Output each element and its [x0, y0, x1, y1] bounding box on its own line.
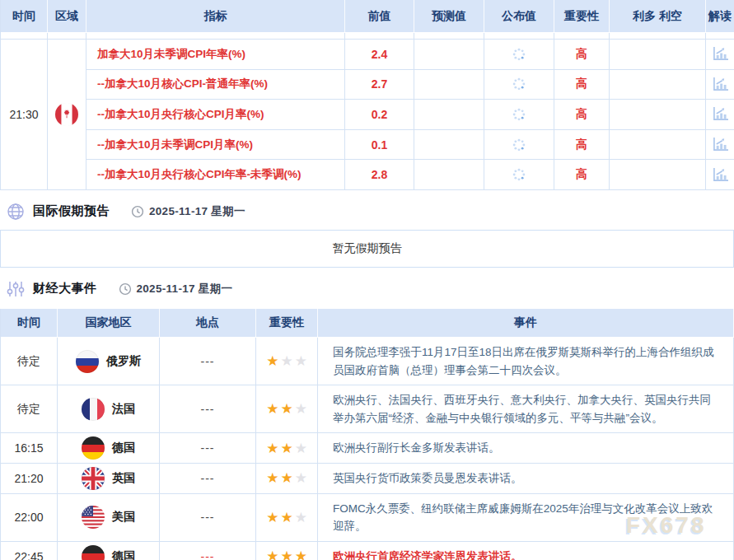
- star-empty-icon: ★: [280, 354, 292, 368]
- event-importance: ★★★: [256, 542, 318, 560]
- econ-col-header-3: 前值: [345, 0, 414, 33]
- star-rating: ★★★: [266, 471, 307, 485]
- event-location: ---: [160, 494, 256, 542]
- indicator-link[interactable]: --加拿大10月未季调CPI月率(%): [86, 130, 345, 161]
- econ-partial-row-cell: [554, 33, 610, 40]
- event-importance: ★★★: [256, 385, 318, 433]
- holiday-empty-box: 暂无假期预告: [0, 230, 734, 268]
- chart-icon[interactable]: [712, 137, 729, 152]
- econ-time-cell: 21:30: [1, 40, 48, 190]
- interpret-cell: [706, 70, 734, 100]
- event-description: 英国央行货币政策委员曼恩发表讲话。: [318, 464, 734, 494]
- events-section-header: 财经大事件 2025-11-17 星期一: [7, 279, 734, 299]
- country-name: 法国: [112, 402, 135, 417]
- indicator-link[interactable]: --加拿大10月央行核心CPI年率-未季调(%): [86, 160, 345, 190]
- star-empty-icon: ★: [295, 471, 307, 485]
- previous-value: 2.4: [345, 40, 414, 70]
- star-rating: ★★★: [266, 441, 307, 455]
- star-filled-icon: ★: [266, 441, 278, 455]
- event-country: 德国: [58, 542, 160, 560]
- star-filled-icon: ★: [266, 471, 278, 485]
- published-value: [484, 100, 554, 130]
- econ-col-header-2: 指标: [86, 0, 345, 33]
- interpret-cell: [706, 160, 734, 190]
- chart-icon[interactable]: [712, 167, 729, 183]
- importance-badge: 高: [554, 70, 610, 100]
- star-filled-icon: ★: [280, 441, 292, 455]
- importance-badge: 高: [554, 130, 610, 161]
- holiday-date: 2025-11-17 星期一: [131, 204, 245, 219]
- events-col-header-4: 事件: [318, 309, 734, 338]
- event-description[interactable]: 欧洲央行首席经济学家连恩发表讲话。: [318, 542, 734, 560]
- star-rating: ★★★: [266, 511, 307, 525]
- indicator-link[interactable]: 加拿大10月未季调CPI年率(%): [86, 40, 345, 70]
- flag-icon-ru: [76, 350, 99, 373]
- event-time: 16:15: [1, 433, 58, 464]
- star-rating: ★★★: [266, 354, 307, 368]
- star-rating: ★★★: [266, 402, 307, 416]
- clock-icon: [119, 282, 132, 296]
- interpret-cell: [706, 100, 734, 130]
- econ-partial-row-cell: [345, 33, 414, 40]
- flag-icon-ca: [55, 103, 78, 126]
- event-time: 待定: [1, 338, 58, 385]
- spinner-icon: [512, 167, 526, 182]
- events-table: 时间国家地区地点重要性事件待定俄罗斯---★★★国务院总理李强于11月17日至1…: [0, 309, 734, 560]
- holiday-empty-text: 暂无假期预告: [333, 241, 402, 256]
- econ-col-header-0: 时间: [1, 0, 48, 33]
- flag-icon-de: [82, 545, 105, 560]
- event-location: ---: [160, 338, 256, 385]
- chart-icon[interactable]: [712, 77, 729, 92]
- bull-bear-value: [610, 100, 706, 130]
- star-filled-icon: ★: [280, 549, 292, 560]
- events-col-header-1: 国家地区: [58, 309, 160, 338]
- event-time: 22:45: [1, 542, 58, 560]
- star-empty-icon: ★: [295, 402, 307, 416]
- events-section-title: 财经大事件: [33, 281, 97, 296]
- flag-icon-fr: [82, 398, 105, 421]
- event-location: ---: [160, 385, 256, 433]
- chart-icon[interactable]: [712, 106, 729, 122]
- indicator-link[interactable]: --加拿大10月核心CPI-普通年率(%): [86, 70, 345, 100]
- event-country: 俄罗斯: [58, 338, 160, 385]
- event-location: ---: [160, 464, 256, 494]
- spinner-icon: [512, 107, 526, 122]
- star-empty-icon: ★: [295, 441, 307, 455]
- event-country: 美国: [58, 494, 160, 542]
- flag-icon-us: [82, 506, 105, 529]
- star-empty-icon: ★: [295, 354, 307, 368]
- forecast-value: [414, 130, 484, 161]
- star-filled-icon: ★: [280, 511, 292, 525]
- spinner-icon: [512, 77, 526, 91]
- events-col-header-3: 重要性: [256, 309, 318, 338]
- econ-col-header-1: 区域: [48, 0, 86, 33]
- forecast-value: [414, 160, 484, 190]
- star-empty-icon: ★: [295, 511, 307, 525]
- importance-badge: 高: [554, 40, 610, 70]
- country-name: 德国: [112, 549, 135, 560]
- econ-col-header-4: 预测值: [414, 0, 484, 33]
- flag-icon-gb: [82, 467, 105, 490]
- star-filled-icon: ★: [295, 549, 307, 560]
- econ-partial-row-cell: [610, 33, 706, 40]
- bull-bear-value: [610, 70, 706, 100]
- forecast-value: [414, 40, 484, 70]
- econ-col-header-6: 重要性: [554, 0, 610, 33]
- event-description: 欧洲央行副行长金多斯发表讲话。: [318, 433, 734, 464]
- econ-partial-row-cell: [86, 33, 345, 40]
- events-col-header-2: 地点: [160, 309, 256, 338]
- interpret-cell: [706, 40, 734, 70]
- chart-icon[interactable]: [712, 46, 729, 62]
- country-name: 美国: [112, 510, 135, 525]
- spinner-icon: [512, 47, 526, 62]
- event-description: 欧洲央行、法国央行、西班牙央行、意大利央行、加拿大央行、英国央行共同举办第六届“…: [318, 385, 734, 433]
- star-filled-icon: ★: [266, 511, 278, 525]
- event-description: FOMC永久票委、纽约联储主席威廉姆斯在2025年治理与文化改革会议上致欢迎辞。: [318, 494, 734, 542]
- event-time: 22:00: [1, 494, 58, 542]
- bull-bear-value: [610, 40, 706, 70]
- economic-calendar-table: 时间区域指标前值预测值公布值重要性利多 利空解读21:30加拿大10月未季调CP…: [0, 0, 734, 190]
- econ-partial-row-cell: [706, 33, 734, 40]
- indicator-link[interactable]: --加拿大10月央行核心CPI月率(%): [86, 100, 345, 130]
- clock-icon: [131, 205, 144, 218]
- previous-value: 0.2: [345, 100, 414, 130]
